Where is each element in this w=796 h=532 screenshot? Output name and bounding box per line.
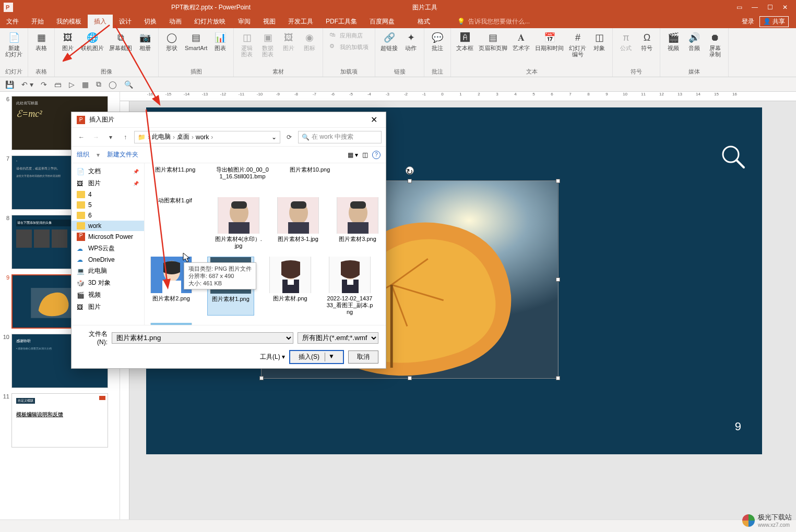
file-item[interactable]: 图片素材02.jpg	[148, 323, 195, 325]
sidebar-item[interactable]: 4	[72, 189, 144, 200]
sidebar-item[interactable]: 6	[72, 210, 144, 221]
tab-animations[interactable]: 动画	[163, 15, 188, 28]
file-item[interactable]: 2022-12-02_143733_看图王_副本.png	[326, 257, 373, 316]
preview-pane-icon[interactable]: ◫	[362, 151, 368, 159]
file-list[interactable]: 图片素材11.png导出帧图片.00_00_01_16.Still001.bmp…	[145, 163, 386, 325]
insert-dropdown-icon[interactable]: ▼	[325, 353, 335, 361]
dialog-titlebar[interactable]: P 插入图片 ✕	[72, 112, 386, 128]
resize-handle[interactable]	[408, 376, 412, 380]
resize-handle[interactable]	[556, 376, 560, 380]
tab-view[interactable]: 视图	[257, 15, 282, 28]
album-button[interactable]: 📷相册	[135, 30, 155, 67]
path-dropdown-icon[interactable]: ⌄	[271, 134, 277, 141]
nav-forward-icon[interactable]: →	[90, 131, 102, 143]
sidebar-item[interactable]: 🎬视频	[72, 289, 144, 301]
header-footer-button[interactable]: ▤页眉和页脚	[477, 30, 509, 67]
tell-me-search[interactable]: 💡 告诉我您想要做什么...	[457, 17, 530, 26]
tab-baidu[interactable]: 百度网盘	[363, 15, 401, 28]
new-slide-button[interactable]: 📄新建 幻灯片	[3, 30, 25, 67]
logic-chart-button[interactable]: ◫逻辑 图表	[237, 30, 257, 67]
tab-home[interactable]: 开始	[25, 15, 50, 28]
tab-developer[interactable]: 开发工具	[282, 15, 319, 28]
my-addins-button[interactable]: ⚙我的加载项	[326, 42, 372, 52]
address-bar[interactable]: 📁 › 此电脑 › 桌面 › work › ⌄	[134, 131, 280, 143]
table-button[interactable]: ▦表格	[31, 30, 51, 67]
smartart-button[interactable]: ▤SmartArt	[183, 30, 209, 67]
refresh-icon[interactable]: ⟳	[283, 131, 295, 143]
online-picture-button[interactable]: 🌐联机图片	[79, 30, 106, 67]
textbox-button[interactable]: 🅰文本框	[454, 30, 476, 67]
save-icon[interactable]: 💾	[5, 80, 14, 89]
sidebar-item[interactable]: ☁WPS云盘	[72, 243, 144, 255]
screen-record-button[interactable]: ⏺屏幕 录制	[705, 30, 725, 67]
file-item[interactable]: 图片素材3.png	[334, 197, 381, 249]
qat-slideshow-icon[interactable]: ▷	[69, 80, 75, 89]
new-folder-button[interactable]: 新建文件夹	[107, 150, 138, 159]
file-item[interactable]: 图片素材11.png	[148, 166, 203, 190]
resize-handle[interactable]	[259, 376, 264, 380]
screenshot-button[interactable]: ⧉屏幕截图	[107, 30, 134, 67]
view-options-icon[interactable]: ▦ ▾	[348, 151, 358, 159]
symbol-button[interactable]: Ω符号	[637, 30, 657, 67]
sidebar-item[interactable]: 💻此电脑	[72, 265, 144, 277]
tab-review[interactable]: 审阅	[232, 15, 257, 28]
dialog-close-icon[interactable]: ✕	[367, 115, 381, 125]
tab-templates[interactable]: 我的模板	[50, 15, 88, 28]
nav-back-icon[interactable]: ←	[76, 131, 87, 143]
file-item[interactable]: 导出帧图片.00_00_01_16.Still001.bmp	[215, 166, 270, 190]
tab-insert[interactable]: 插入	[88, 15, 113, 28]
tab-pdf[interactable]: PDF工具集	[319, 15, 363, 28]
minimize-icon[interactable]: —	[752, 4, 758, 11]
file-item[interactable]: 图片素材10.png	[282, 166, 337, 190]
object-button[interactable]: ◫对象	[589, 30, 609, 67]
organize-button[interactable]: 组织	[77, 150, 89, 159]
comment-button[interactable]: 💬批注	[427, 30, 447, 67]
resize-handle[interactable]	[556, 179, 560, 183]
tab-file[interactable]: 文件	[0, 15, 25, 28]
file-item[interactable]: 图片素材3-1.jpg	[275, 197, 322, 249]
maximize-icon[interactable]: ☐	[767, 4, 773, 11]
resize-handle[interactable]	[556, 277, 560, 282]
help-icon[interactable]: ?	[372, 151, 381, 159]
sidebar-item[interactable]: 🎲3D 对象	[72, 277, 144, 289]
nav-recent-icon[interactable]: ▾	[105, 131, 116, 143]
sidebar-item[interactable]: 🖼图片	[72, 301, 144, 313]
tab-format[interactable]: 格式	[411, 15, 436, 28]
qat-shapes-icon[interactable]: ◯	[109, 80, 117, 89]
hyperlink-button[interactable]: 🔗超链接	[378, 30, 400, 67]
login-link[interactable]: 登录	[742, 17, 754, 26]
search-input[interactable]: 🔍 在 work 中搜索	[298, 131, 382, 143]
undo-icon[interactable]: ↶ ▾	[21, 80, 33, 89]
picture-button[interactable]: 🖼图片	[58, 30, 78, 67]
nav-up-icon[interactable]: ↑	[120, 131, 131, 143]
slide-number-button[interactable]: #幻灯片 编号	[567, 30, 588, 67]
file-item[interactable]: 图片素材4(水印）.jpg	[215, 197, 262, 249]
sidebar-item[interactable]: 📄文档📌	[72, 165, 144, 177]
cancel-button[interactable]: 取消	[348, 350, 378, 364]
datetime-button[interactable]: 📅日期和时间	[533, 30, 566, 67]
share-button[interactable]: 👤共享	[759, 16, 789, 27]
file-item[interactable]: 动图素材1.gif	[148, 197, 203, 221]
appstore-button[interactable]: 🛍应用商店	[326, 30, 372, 41]
sidebar-item[interactable]: 5	[72, 200, 144, 210]
qat-table-icon[interactable]: ▦	[82, 80, 89, 89]
qat-group-icon[interactable]: ⧉	[96, 80, 101, 89]
tools-button[interactable]: 工具(L) ▾	[260, 353, 285, 361]
ribbon-options-icon[interactable]: ▭	[736, 4, 742, 11]
tab-design[interactable]: 设计	[113, 15, 138, 28]
action-button[interactable]: ✦动作	[401, 30, 421, 67]
audio-button[interactable]: 🔊音频	[684, 30, 704, 67]
close-icon[interactable]: ✕	[782, 4, 788, 11]
slide-thumb-11[interactable]: 11 自定义模版模板编辑说明和反馈	[2, 393, 117, 448]
sidebar-item[interactable]: ☁OneDrive	[72, 255, 144, 265]
sidebar-item[interactable]: 🖼图片📌	[72, 177, 144, 189]
dialog-sidebar[interactable]: 📄文档📌🖼图片📌456workPMicrosoft Power☁WPS云盘☁On…	[72, 163, 145, 325]
shapes-button[interactable]: ◯形状	[162, 30, 182, 67]
file-type-filter[interactable]: 所有图片(*.emf;*.wmf;*.jpg;*.jj	[298, 332, 378, 344]
find-icon[interactable]: 🔍	[124, 80, 133, 89]
redo-icon[interactable]: ↷	[41, 80, 47, 89]
data-chart-button[interactable]: ▣数据 图表	[258, 30, 278, 67]
wordart-button[interactable]: 𝐀艺术字	[510, 30, 532, 67]
sidebar-item[interactable]: work	[72, 221, 144, 231]
resize-handle[interactable]	[408, 179, 412, 183]
